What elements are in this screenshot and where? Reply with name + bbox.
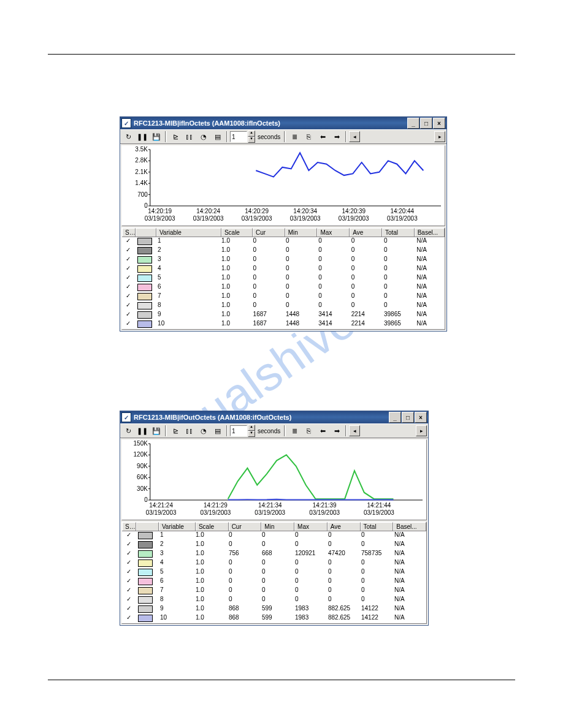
table-row[interactable]: ✓61.000000N/A (122, 577, 426, 586)
minimize-button[interactable]: _ (389, 412, 401, 423)
col-header[interactable] (136, 522, 159, 531)
col-header[interactable]: Basel... (393, 522, 426, 531)
pause-icon[interactable]: ❚❚ (136, 425, 149, 437)
nav-back-icon[interactable]: ⬅ (316, 425, 329, 437)
col-header[interactable]: Ave (350, 228, 382, 237)
close-button[interactable]: × (433, 118, 445, 129)
interval-units: seconds (258, 428, 280, 434)
minimize-button[interactable]: _ (407, 118, 419, 129)
col-header[interactable]: Ave (327, 522, 361, 531)
row-check-icon[interactable]: ✓ (122, 577, 136, 586)
nav-back-icon[interactable]: ⬅ (316, 131, 329, 143)
table-row[interactable]: ✓21.000000N/A (122, 246, 445, 256)
table-row[interactable]: ✓41.000000N/A (122, 265, 445, 274)
bar-chart-icon[interactable]: ⫿⫿ (183, 131, 196, 143)
col-header[interactable]: Min (261, 522, 294, 531)
row-check-icon[interactable]: ✓ (122, 320, 135, 329)
table-row[interactable]: ✓31.000000N/A (122, 256, 445, 265)
col-header[interactable]: Cur (253, 228, 285, 237)
row-check-icon[interactable]: ✓ (122, 568, 136, 577)
row-check-icon[interactable]: ✓ (122, 531, 136, 540)
col-header[interactable]: Max (294, 522, 327, 531)
table-row[interactable]: ✓81.000000N/A (122, 596, 426, 605)
titlebar[interactable]: ✓ RFC1213-MIB|ifOutOctets (AAM1008:ifOut… (120, 411, 428, 423)
cell-ave: 0 (349, 246, 381, 256)
row-check-icon[interactable]: ✓ (122, 237, 135, 246)
scroll-left-icon[interactable]: ◂ (349, 131, 360, 142)
col-header[interactable]: Scale (221, 228, 253, 237)
table-row[interactable]: ✓11.000000N/A (122, 237, 445, 246)
copy-icon[interactable]: ⎘ (302, 131, 315, 143)
table-row[interactable]: ✓41.000000N/A (122, 559, 426, 568)
save-icon[interactable]: 💾 (150, 131, 163, 143)
col-header[interactable]: Basel... (415, 228, 445, 237)
refresh-icon[interactable]: ↻ (121, 425, 135, 437)
table-row[interactable]: ✓71.000000N/A (122, 292, 445, 301)
scroll-right-icon[interactable]: ▸ (434, 131, 445, 142)
copy-icon[interactable]: ⎘ (302, 425, 315, 437)
row-check-icon[interactable]: ✓ (122, 586, 136, 596)
row-check-icon[interactable]: ✓ (122, 283, 135, 292)
col-header[interactable]: Variable (159, 522, 196, 531)
col-header[interactable]: Total (382, 228, 415, 237)
col-header[interactable]: St... (122, 522, 136, 531)
refresh-icon[interactable]: ↻ (121, 131, 135, 143)
interval-input[interactable]: 1 (230, 425, 247, 436)
table-row[interactable]: ✓11.000000N/A (122, 531, 426, 540)
row-check-icon[interactable]: ✓ (122, 559, 136, 568)
pie-chart-icon[interactable]: ◔ (197, 131, 210, 143)
col-header[interactable]: Variable (156, 228, 221, 237)
list-icon[interactable]: ≣ (288, 131, 301, 143)
col-header[interactable]: Scale (196, 522, 229, 531)
row-check-icon[interactable]: ✓ (122, 292, 135, 301)
row-check-icon[interactable]: ✓ (122, 596, 136, 605)
row-check-icon[interactable]: ✓ (122, 540, 136, 550)
table-row[interactable]: ✓91.08685991983882.62514122N/A (122, 605, 426, 614)
row-check-icon[interactable]: ✓ (122, 614, 136, 623)
interval-input[interactable]: 1 (230, 131, 247, 142)
table-row[interactable]: ✓61.000000N/A (122, 283, 445, 292)
close-button[interactable]: × (415, 412, 427, 423)
scroll-right-icon[interactable]: ▸ (416, 425, 427, 436)
row-check-icon[interactable]: ✓ (122, 311, 135, 320)
row-check-icon[interactable]: ✓ (122, 265, 135, 274)
row-check-icon[interactable]: ✓ (122, 274, 135, 283)
row-check-icon[interactable]: ✓ (122, 605, 136, 614)
maximize-button[interactable]: □ (420, 118, 432, 129)
table-row[interactable]: ✓91.0168714483414221439865N/A (122, 311, 445, 320)
table-row[interactable]: ✓31.075666812092147420758735N/A (122, 550, 426, 559)
table-row[interactable]: ✓101.08685991983882.62514122N/A (122, 614, 426, 623)
col-header[interactable]: Cur (229, 522, 262, 531)
table-row[interactable]: ✓101.0168714483414221439865N/A (122, 320, 445, 329)
interval-spinner[interactable]: ▲▼ (248, 425, 255, 437)
col-header[interactable]: Total (361, 522, 394, 531)
col-header[interactable]: St... (122, 228, 136, 237)
table-row[interactable]: ✓71.000000N/A (122, 586, 426, 596)
titlebar[interactable]: ✓ RFC1213-MIB|ifInOctets (AAM1008:ifInOc… (120, 117, 446, 129)
scroll-left-icon[interactable]: ◂ (349, 425, 360, 436)
row-check-icon[interactable]: ✓ (122, 256, 135, 265)
table-row[interactable]: ✓51.000000N/A (122, 568, 426, 577)
save-icon[interactable]: 💾 (150, 425, 163, 437)
nav-fwd-icon[interactable]: ➡ (330, 425, 343, 437)
row-check-icon[interactable]: ✓ (122, 301, 135, 311)
pause-icon[interactable]: ❚❚ (136, 131, 149, 143)
col-header[interactable]: Min (285, 228, 318, 237)
table-row[interactable]: ✓51.000000N/A (122, 274, 445, 283)
pie-chart-icon[interactable]: ◔ (197, 425, 210, 437)
table-row[interactable]: ✓81.000000N/A (122, 301, 445, 311)
table-icon[interactable]: ▤ (211, 425, 224, 437)
bar-chart-icon[interactable]: ⫿⫿ (183, 425, 196, 437)
nav-fwd-icon[interactable]: ➡ (330, 131, 343, 143)
col-header[interactable] (136, 228, 156, 237)
table-icon[interactable]: ▤ (211, 131, 224, 143)
list-icon[interactable]: ≣ (288, 425, 301, 437)
interval-spinner[interactable]: ▲▼ (248, 131, 255, 143)
col-header[interactable]: Max (317, 228, 350, 237)
row-check-icon[interactable]: ✓ (122, 246, 135, 256)
table-row[interactable]: ✓21.000000N/A (122, 540, 426, 550)
line-chart-icon[interactable]: ⊵ (169, 425, 182, 437)
maximize-button[interactable]: □ (402, 412, 414, 423)
line-chart-icon[interactable]: ⊵ (169, 131, 182, 143)
row-check-icon[interactable]: ✓ (122, 550, 136, 559)
